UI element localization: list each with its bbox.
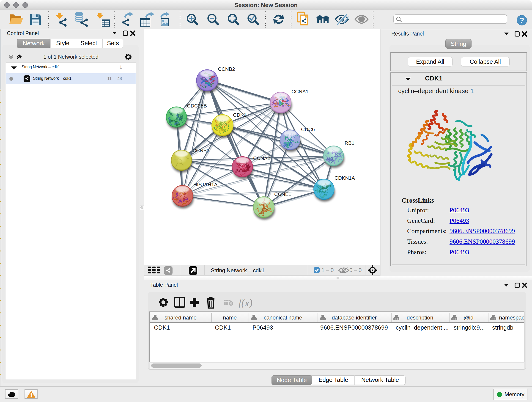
- svg-text:description: description: [407, 314, 433, 321]
- svg-text:CCNE1: CCNE1: [274, 191, 291, 197]
- svg-text:HIST1H1A: HIST1H1A: [193, 182, 217, 187]
- svg-text:0 – 0: 0 – 0: [349, 267, 361, 273]
- svg-text:CCNB2: CCNB2: [218, 66, 235, 72]
- svg-text:canonical name: canonical name: [264, 314, 302, 321]
- svg-text:RB1: RB1: [345, 140, 355, 146]
- svg-text:CDC6: CDC6: [301, 127, 315, 132]
- svg-text:CDK1: CDK1: [233, 112, 247, 118]
- svg-text:CCNA1: CCNA1: [291, 89, 309, 95]
- svg-text:1 – 0: 1 – 0: [322, 267, 334, 273]
- svg-text:@id: @id: [463, 314, 473, 321]
- svg-text:f(x): f(x): [239, 297, 253, 308]
- svg-text:name: name: [223, 314, 237, 321]
- svg-text:CCNA2: CCNA2: [253, 155, 270, 161]
- svg-text:shared name: shared name: [165, 314, 196, 321]
- svg-text:CDC25B: CDC25B: [187, 103, 207, 109]
- svg-text:database identifier: database identifier: [332, 314, 377, 321]
- svg-text:namespace: namespace: [499, 314, 524, 321]
- svg-text:CDKN1A: CDKN1A: [335, 175, 355, 181]
- svg-text:CCNB1: CCNB1: [192, 148, 210, 153]
